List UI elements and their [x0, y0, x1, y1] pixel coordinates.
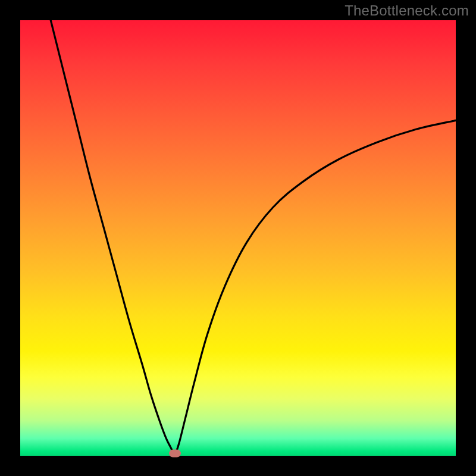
- curve-svg: [20, 20, 456, 456]
- chart-frame: TheBottleneck.com: [0, 0, 476, 476]
- minimum-marker: [169, 450, 181, 458]
- plot-area: [20, 20, 456, 456]
- curve-right-branch: [175, 120, 456, 456]
- watermark-text: TheBottleneck.com: [345, 2, 469, 19]
- curve-left-branch: [51, 20, 175, 456]
